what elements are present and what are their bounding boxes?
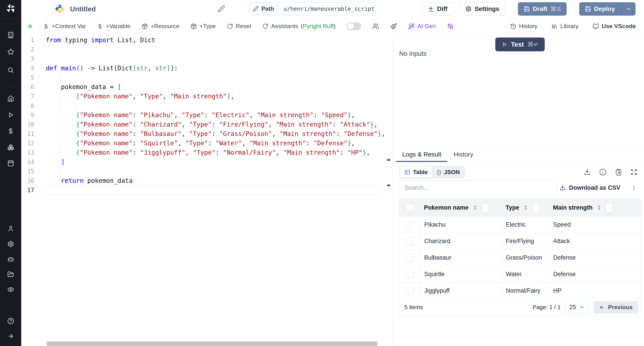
assistants-button[interactable]: Assistants (Pyright Ruff) (262, 23, 336, 30)
previous-page-button[interactable]: Previous (593, 301, 638, 314)
code-line[interactable]: def main() -> List[Dict[str, str]]: (21, 64, 393, 73)
windmill-logo (0, 3, 21, 14)
use-vscode-button[interactable]: Use VScode (592, 23, 636, 30)
help-icon[interactable] (0, 318, 21, 324)
download-csv-button[interactable]: Download as CSV (560, 184, 620, 191)
search-icon[interactable] (0, 67, 21, 73)
row-checkbox[interactable] (406, 287, 414, 295)
collapse-sidebar-icon[interactable] (0, 333, 21, 340)
code-line[interactable] (21, 54, 393, 64)
table-row[interactable]: CharizardFire/FlyingAttack (399, 233, 641, 249)
table-cell: Squirtle (420, 266, 502, 282)
table-row[interactable]: SquirtleWaterDefense (399, 266, 641, 282)
tab-history[interactable]: History (448, 148, 480, 162)
code-line[interactable]: {"Pokemon name": "Jigglypuff", "Type": "… (21, 148, 393, 157)
reset-button[interactable]: Reset (227, 23, 251, 30)
code-line[interactable]: {"Pokemon name": "Pikachu", "Type": "Ele… (21, 111, 393, 120)
view-toggle-table[interactable]: Table (400, 167, 432, 178)
ai-gen-button[interactable]: AI Gen (408, 23, 436, 30)
column-filter-toggle[interactable] (532, 203, 540, 212)
table-menu-icon[interactable] (630, 184, 637, 191)
settings-icon[interactable] (0, 241, 21, 247)
audit-logs-icon[interactable] (0, 286, 21, 293)
deploy-button[interactable]: Deploy (579, 2, 636, 16)
code-line[interactable]: ] (21, 157, 393, 167)
edit-title-pencil-icon[interactable] (218, 5, 225, 13)
multiplayer-users-icon[interactable] (372, 23, 379, 30)
multiplayer-toggle[interactable] (347, 22, 361, 30)
column-header: Pokemon name (420, 203, 502, 212)
table-row[interactable]: PikachuElectricSpeed (399, 216, 641, 233)
runs-icon[interactable] (0, 112, 21, 118)
code-line[interactable]: {"Pokemon name": "Charizard", "Type": "F… (21, 120, 393, 129)
code-line[interactable]: return pokemon_data (21, 176, 393, 185)
dollar-icon (97, 23, 103, 29)
view-toggle: Table {} JSON (399, 166, 465, 178)
sort-icon[interactable] (523, 205, 528, 210)
row-checkbox[interactable] (406, 254, 414, 262)
table-row[interactable]: JigglypuffNormal/FairyHP (399, 282, 641, 299)
ai-sparkles-button[interactable] (447, 23, 454, 30)
home-icon[interactable] (0, 95, 21, 102)
code-line[interactable]: pokemon_data = [ (21, 82, 393, 92)
info-icon[interactable] (599, 169, 606, 176)
favorites-icon[interactable] (0, 48, 21, 55)
code-line[interactable] (21, 185, 393, 195)
sort-icon[interactable] (596, 205, 602, 210)
code-line[interactable]: {"Pokemon name": "Squirtle", "Type": "Wa… (21, 139, 393, 148)
table-cell: Jigglypuff (420, 283, 502, 299)
add-context-var-button[interactable]: +Context Var (43, 23, 86, 30)
row-checkbox[interactable] (406, 237, 414, 245)
download-result-icon[interactable] (584, 169, 591, 176)
history-button[interactable]: History (510, 23, 537, 30)
table-cell: Speed (550, 216, 641, 233)
variables-icon[interactable] (0, 128, 21, 134)
select-all-checkbox[interactable] (406, 204, 414, 211)
view-toggle-json[interactable]: {} JSON (432, 167, 464, 178)
settings-button[interactable]: Settings (459, 2, 505, 16)
path-field[interactable]: Path u/henri/maneuverable_script (249, 2, 380, 15)
workers-icon[interactable] (0, 256, 21, 263)
code-line[interactable]: {"Pokemon name": "Bulbasaur", "Type": "G… (21, 129, 393, 139)
column-filter-toggle[interactable] (606, 203, 613, 212)
library-button[interactable]: Library (552, 23, 578, 30)
resources-icon[interactable] (0, 144, 21, 151)
code-line[interactable] (21, 45, 393, 54)
paintbrush-icon (390, 23, 397, 30)
tab-logs-result[interactable]: Logs & Result (396, 148, 448, 162)
row-checkbox[interactable] (406, 221, 414, 229)
table-cell: Fire/Flying (502, 233, 550, 249)
diff-button[interactable]: Diff (422, 2, 454, 16)
deploy-dropdown[interactable] (622, 2, 636, 16)
code-line[interactable] (21, 73, 393, 82)
copy-to-clipboard-icon[interactable] (615, 169, 622, 176)
schedules-icon[interactable] (0, 160, 21, 167)
code-editor[interactable]: 1234567891011121314151617 from typing im… (21, 35, 393, 346)
add-variable-button[interactable]: +Variable (97, 23, 130, 30)
code-line[interactable] (21, 101, 393, 111)
page-size-select[interactable]: 25 (565, 301, 589, 313)
add-type-button[interactable]: +Type (190, 23, 216, 30)
row-checkbox[interactable] (406, 271, 414, 278)
users-icon[interactable] (0, 225, 21, 232)
table-row[interactable]: BulbasaurGrass/PoisonDefense (399, 249, 641, 266)
code-line[interactable]: ["Pokemon name", "Type", "Main strength"… (21, 92, 393, 101)
horizontal-scrollbar[interactable] (47, 342, 377, 346)
dollar-icon (43, 23, 49, 29)
sort-icon[interactable] (472, 205, 478, 210)
draft-shortcut: ⌘S (550, 5, 561, 13)
column-label: Pokemon name (424, 204, 469, 211)
result-table: Pokemon nameTypeMain strength PikachuEle… (399, 199, 641, 316)
code-line[interactable] (21, 167, 393, 176)
chevron-down-icon (626, 6, 632, 12)
add-resource-button[interactable]: +Resource (142, 23, 179, 30)
format-button[interactable] (390, 23, 397, 30)
folders-icon[interactable] (0, 271, 21, 278)
test-button[interactable]: Test ⌘↵ (495, 37, 545, 51)
workspace-icon[interactable] (0, 32, 21, 38)
search-input[interactable] (399, 180, 557, 195)
draft-button[interactable]: Draft ⌘S (518, 2, 567, 16)
code-line[interactable]: from typing import List, Dict (21, 35, 393, 45)
expand-icon[interactable] (630, 169, 637, 175)
column-filter-toggle[interactable] (482, 203, 489, 212)
